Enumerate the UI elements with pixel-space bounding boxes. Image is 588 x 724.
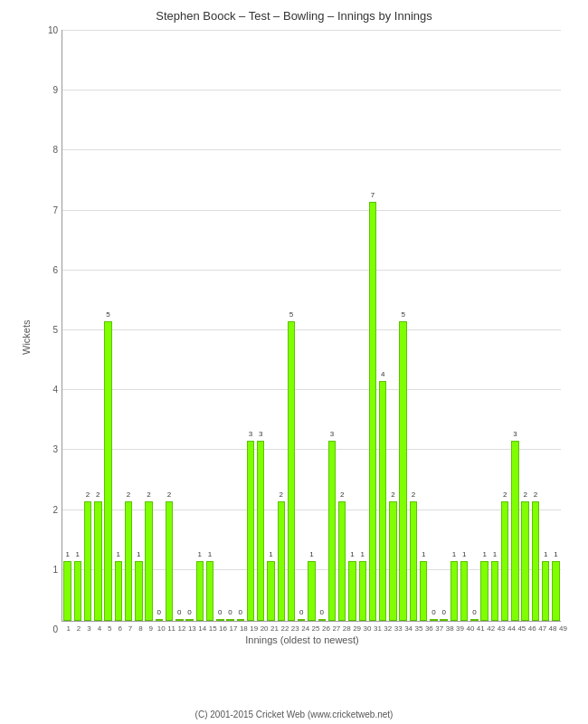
x-tick-label: 18: [239, 624, 249, 633]
bar: 0: [226, 619, 233, 621]
x-tick-label: 11: [166, 624, 176, 633]
x-tick-label: 44: [507, 624, 517, 633]
bar: 1: [196, 561, 204, 621]
bar: 1: [135, 561, 142, 621]
bar: 0: [156, 619, 163, 621]
x-axis-labels: 1234567891011121314151617181920212223242…: [63, 624, 568, 633]
bar-value-label: 2: [340, 491, 344, 499]
bar-group: 1: [541, 561, 551, 621]
y-tick-label: 9: [40, 85, 58, 95]
bar-group: 1: [347, 561, 357, 621]
x-tick-label: 36: [424, 624, 434, 633]
x-tick-label: 41: [476, 624, 486, 633]
bar-value-label: 0: [187, 608, 191, 616]
x-tick-label: 14: [197, 624, 207, 633]
bar-group: 0: [297, 619, 307, 621]
bar-group: 5: [398, 321, 408, 621]
bar-value-label: 1: [137, 550, 140, 558]
bar: 0: [440, 619, 447, 621]
x-tick-label: 32: [383, 624, 393, 633]
x-tick-label: 21: [270, 624, 280, 633]
bar: 0: [318, 619, 326, 621]
bar-value-label: 0: [299, 608, 303, 616]
bar-value-label: 1: [65, 550, 69, 558]
bar: 2: [166, 501, 173, 621]
bar-value-label: 1: [350, 550, 354, 558]
bar-value-label: 1: [482, 550, 486, 558]
bar-value-label: 5: [401, 310, 404, 319]
bar: 1: [491, 561, 498, 621]
x-tick-label: 42: [486, 624, 496, 633]
bar-value-label: 1: [544, 550, 547, 558]
bar-value-label: 0: [239, 608, 242, 616]
bar: 2: [532, 501, 539, 621]
bar-value-label: 1: [360, 550, 364, 558]
x-tick-label: 33: [394, 624, 403, 633]
bar: 3: [247, 441, 254, 621]
bar-group: 1: [113, 561, 123, 621]
bar-group: 1: [307, 561, 317, 621]
bar-group: 3: [510, 441, 520, 621]
y-tick-label: 3: [40, 444, 58, 454]
bar: 0: [430, 619, 437, 621]
bar-value-label: 2: [127, 491, 130, 499]
y-tick-label: 6: [40, 264, 58, 274]
x-tick-label: 19: [249, 624, 259, 633]
bar: 0: [216, 619, 223, 621]
bar-value-label: 0: [319, 608, 323, 616]
x-tick-label: 5: [105, 624, 115, 633]
bar: 0: [175, 619, 183, 621]
bar-value-label: 2: [86, 491, 90, 499]
bar: 1: [348, 561, 356, 621]
bar-group: 2: [388, 501, 398, 621]
bar-group: 2: [530, 501, 540, 621]
y-tick-label: 10: [40, 25, 58, 35]
bar-group: 2: [500, 501, 510, 621]
bar: 1: [460, 561, 468, 621]
y-tick-label: 4: [40, 385, 58, 395]
bar: 1: [74, 561, 81, 621]
bar-group: 0: [469, 619, 479, 621]
bar: 0: [298, 619, 305, 621]
bar: 2: [521, 501, 528, 621]
x-tick-label: 17: [228, 624, 238, 633]
bar: 0: [470, 619, 478, 621]
y-tick-label: 7: [40, 205, 58, 214]
x-tick-label: 27: [331, 624, 341, 633]
bar-group: 0: [439, 619, 449, 621]
bar-group: 5: [103, 321, 113, 621]
bar-value-label: 2: [412, 491, 415, 499]
x-tick-label: 29: [352, 624, 362, 633]
bar-value-label: 1: [76, 550, 80, 558]
bar-group: 1: [357, 561, 367, 621]
x-tick-label: 1: [63, 624, 73, 633]
bar-group: 2: [276, 501, 286, 621]
x-tick-label: 8: [136, 624, 146, 633]
x-tick-label: 20: [259, 624, 269, 633]
bar-value-label: 5: [289, 310, 293, 319]
bar-group: 1: [551, 561, 561, 621]
bar-group: 2: [82, 501, 92, 621]
bar-value-label: 2: [534, 491, 537, 499]
bar: 7: [369, 202, 376, 621]
chart-title: Stephen Boock – Test – Bowling – Innings…: [9, 9, 579, 23]
bar-group: 3: [256, 441, 266, 621]
x-tick-label: 35: [413, 624, 423, 633]
x-tick-label: 12: [176, 624, 186, 633]
x-tick-label: 46: [527, 624, 537, 633]
bar-value-label: 3: [513, 430, 517, 438]
bar-value-label: 0: [228, 608, 232, 616]
x-tick-label: 22: [280, 624, 289, 633]
x-tick-label: 3: [84, 624, 94, 633]
bar: 5: [399, 321, 406, 621]
x-tick-label: 10: [156, 624, 166, 633]
copyright-text: (C) 2001-2015 Cricket Web (www.cricketwe…: [0, 710, 588, 719]
bar-value-label: 2: [391, 491, 394, 499]
bar-value-label: 2: [96, 491, 100, 499]
bar: 2: [410, 501, 417, 621]
x-tick-label: 45: [517, 624, 526, 633]
x-tick-label: 13: [187, 624, 197, 633]
bar-group: 1: [194, 561, 204, 621]
bar-group: 0: [429, 619, 439, 621]
x-tick-label: 49: [558, 624, 568, 633]
